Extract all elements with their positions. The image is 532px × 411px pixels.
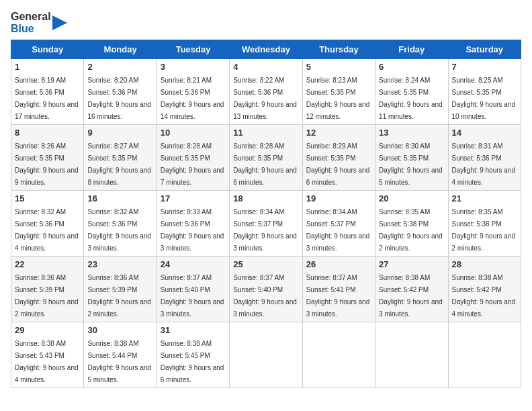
logo-blue: Blue — [11, 23, 51, 35]
day-number: 21 — [452, 193, 517, 203]
day-info: Sunrise: 8:22 AMSunset: 5:36 PMDaylight:… — [233, 77, 297, 120]
day-info: Sunrise: 8:28 AMSunset: 5:35 PMDaylight:… — [233, 142, 297, 186]
day-info: Sunrise: 8:32 AMSunset: 5:36 PMDaylight:… — [87, 208, 151, 252]
calendar-cell: 17 Sunrise: 8:33 AMSunset: 5:36 PMDaylig… — [157, 191, 229, 257]
day-info: Sunrise: 8:29 AMSunset: 5:35 PMDaylight:… — [306, 142, 370, 186]
day-info: Sunrise: 8:36 AMSunset: 5:39 PMDaylight:… — [87, 274, 151, 318]
calendar-cell: 13 Sunrise: 8:30 AMSunset: 5:35 PMDaylig… — [375, 125, 448, 191]
calendar-week-row: 29 Sunrise: 8:38 AMSunset: 5:43 PMDaylig… — [11, 322, 521, 388]
calendar-cell: 27 Sunrise: 8:38 AMSunset: 5:42 PMDaylig… — [375, 257, 448, 322]
day-number: 22 — [15, 259, 80, 269]
day-info: Sunrise: 8:23 AMSunset: 5:35 PMDaylight:… — [306, 77, 370, 120]
calendar-cell: 19 Sunrise: 8:34 AMSunset: 5:37 PMDaylig… — [302, 191, 375, 257]
day-info: Sunrise: 8:28 AMSunset: 5:35 PMDaylight:… — [161, 142, 224, 186]
calendar-cell: 10 Sunrise: 8:28 AMSunset: 5:35 PMDaylig… — [157, 125, 229, 191]
calendar-cell: 24 Sunrise: 8:37 AMSunset: 5:40 PMDaylig… — [157, 257, 229, 322]
day-number: 3 — [161, 62, 226, 72]
calendar-cell: 30 Sunrise: 8:38 AMSunset: 5:44 PMDaylig… — [84, 322, 157, 388]
calendar-table: Sunday Monday Tuesday Wednesday Thursday… — [11, 40, 521, 388]
calendar-week-row: 22 Sunrise: 8:36 AMSunset: 5:39 PMDaylig… — [11, 257, 521, 322]
calendar-cell: 25 Sunrise: 8:37 AMSunset: 5:40 PMDaylig… — [230, 257, 302, 322]
day-number: 13 — [379, 128, 444, 138]
calendar-cell: 18 Sunrise: 8:34 AMSunset: 5:37 PMDaylig… — [230, 191, 302, 257]
day-info: Sunrise: 8:34 AMSunset: 5:37 PMDaylight:… — [306, 208, 370, 252]
day-number: 11 — [233, 128, 298, 138]
day-number: 5 — [306, 62, 371, 72]
day-number: 10 — [161, 128, 226, 138]
day-number: 31 — [161, 325, 226, 335]
day-number: 28 — [452, 259, 517, 269]
calendar-cell: 15 Sunrise: 8:32 AMSunset: 5:36 PMDaylig… — [11, 191, 84, 257]
day-info: Sunrise: 8:32 AMSunset: 5:36 PMDaylight:… — [15, 208, 79, 252]
day-number: 6 — [379, 62, 444, 72]
day-info: Sunrise: 8:38 AMSunset: 5:45 PMDaylight:… — [161, 340, 224, 383]
logo-general: General — [11, 11, 51, 23]
calendar-cell — [302, 322, 375, 388]
day-number: 20 — [379, 193, 444, 203]
calendar-cell: 4 Sunrise: 8:22 AMSunset: 5:36 PMDayligh… — [230, 59, 302, 125]
calendar-cell: 1 Sunrise: 8:19 AMSunset: 5:36 PMDayligh… — [11, 59, 84, 125]
calendar-cell: 3 Sunrise: 8:21 AMSunset: 5:36 PMDayligh… — [157, 59, 229, 125]
day-info: Sunrise: 8:25 AMSunset: 5:35 PMDaylight:… — [452, 77, 516, 120]
calendar-cell: 22 Sunrise: 8:36 AMSunset: 5:39 PMDaylig… — [11, 257, 84, 322]
day-number: 30 — [87, 325, 152, 335]
calendar-cell: 12 Sunrise: 8:29 AMSunset: 5:35 PMDaylig… — [302, 125, 375, 191]
day-number: 18 — [233, 193, 298, 203]
day-info: Sunrise: 8:38 AMSunset: 5:42 PMDaylight:… — [452, 274, 516, 318]
day-number: 16 — [87, 193, 152, 203]
calendar-body: 1 Sunrise: 8:19 AMSunset: 5:36 PMDayligh… — [11, 59, 521, 388]
calendar-cell — [448, 322, 521, 388]
col-friday: Friday — [375, 40, 448, 59]
day-info: Sunrise: 8:35 AMSunset: 5:38 PMDaylight:… — [452, 208, 516, 252]
day-info: Sunrise: 8:30 AMSunset: 5:35 PMDaylight:… — [379, 142, 443, 186]
svg-marker-0 — [52, 15, 67, 30]
calendar-cell: 5 Sunrise: 8:23 AMSunset: 5:35 PMDayligh… — [302, 59, 375, 125]
calendar-cell: 9 Sunrise: 8:27 AMSunset: 5:35 PMDayligh… — [84, 125, 157, 191]
calendar-cell: 26 Sunrise: 8:37 AMSunset: 5:41 PMDaylig… — [302, 257, 375, 322]
day-number: 27 — [379, 259, 444, 269]
day-number: 26 — [306, 259, 371, 269]
calendar-cell — [230, 322, 302, 388]
day-number: 29 — [15, 325, 80, 335]
day-number: 15 — [15, 193, 80, 203]
day-number: 25 — [233, 259, 298, 269]
col-monday: Monday — [84, 40, 157, 59]
calendar-cell: 20 Sunrise: 8:35 AMSunset: 5:38 PMDaylig… — [375, 191, 448, 257]
calendar-cell: 16 Sunrise: 8:32 AMSunset: 5:36 PMDaylig… — [84, 191, 157, 257]
col-sunday: Sunday — [11, 40, 84, 59]
day-number: 4 — [233, 62, 298, 72]
day-info: Sunrise: 8:31 AMSunset: 5:36 PMDaylight:… — [452, 142, 516, 186]
header: General Blue — [11, 11, 521, 34]
day-number: 8 — [15, 128, 80, 138]
day-number: 23 — [87, 259, 152, 269]
day-number: 17 — [161, 193, 226, 203]
day-info: Sunrise: 8:37 AMSunset: 5:40 PMDaylight:… — [161, 274, 224, 318]
day-info: Sunrise: 8:21 AMSunset: 5:36 PMDaylight:… — [161, 77, 224, 120]
day-info: Sunrise: 8:37 AMSunset: 5:41 PMDaylight:… — [306, 274, 370, 318]
day-info: Sunrise: 8:38 AMSunset: 5:44 PMDaylight:… — [87, 340, 151, 383]
calendar-cell: 2 Sunrise: 8:20 AMSunset: 5:36 PMDayligh… — [84, 59, 157, 125]
day-info: Sunrise: 8:34 AMSunset: 5:37 PMDaylight:… — [233, 208, 297, 252]
day-info: Sunrise: 8:35 AMSunset: 5:38 PMDaylight:… — [379, 208, 443, 252]
calendar-cell: 8 Sunrise: 8:26 AMSunset: 5:35 PMDayligh… — [11, 125, 84, 191]
calendar-cell: 31 Sunrise: 8:38 AMSunset: 5:45 PMDaylig… — [157, 322, 229, 388]
col-tuesday: Tuesday — [157, 40, 229, 59]
day-info: Sunrise: 8:36 AMSunset: 5:39 PMDaylight:… — [15, 274, 79, 318]
calendar-cell: 6 Sunrise: 8:24 AMSunset: 5:35 PMDayligh… — [375, 59, 448, 125]
calendar-week-row: 15 Sunrise: 8:32 AMSunset: 5:36 PMDaylig… — [11, 191, 521, 257]
col-wednesday: Wednesday — [230, 40, 302, 59]
logo-arrow-icon — [52, 15, 67, 30]
calendar-cell: 7 Sunrise: 8:25 AMSunset: 5:35 PMDayligh… — [448, 59, 521, 125]
day-info: Sunrise: 8:33 AMSunset: 5:36 PMDaylight:… — [161, 208, 224, 252]
calendar-cell: 21 Sunrise: 8:35 AMSunset: 5:38 PMDaylig… — [448, 191, 521, 257]
day-info: Sunrise: 8:20 AMSunset: 5:36 PMDaylight:… — [87, 77, 151, 120]
calendar-cell — [375, 322, 448, 388]
day-number: 2 — [87, 62, 152, 72]
day-info: Sunrise: 8:26 AMSunset: 5:35 PMDaylight:… — [15, 142, 79, 186]
col-thursday: Thursday — [302, 40, 375, 59]
calendar-cell: 29 Sunrise: 8:38 AMSunset: 5:43 PMDaylig… — [11, 322, 84, 388]
calendar-cell: 11 Sunrise: 8:28 AMSunset: 5:35 PMDaylig… — [230, 125, 302, 191]
day-info: Sunrise: 8:24 AMSunset: 5:35 PMDaylight:… — [379, 77, 443, 120]
day-number: 14 — [452, 128, 517, 138]
day-number: 1 — [15, 62, 80, 72]
